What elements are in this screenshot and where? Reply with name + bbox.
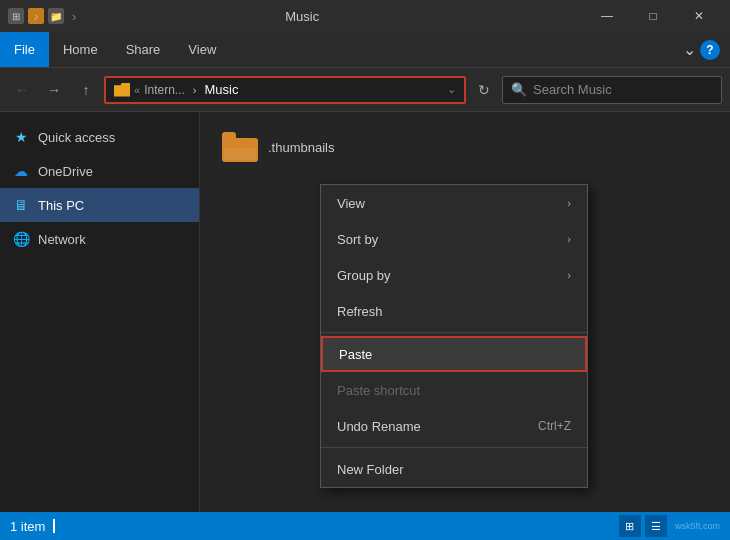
main-area: ★ Quick access ☁ OneDrive 🖥 This PC 🌐 Ne… <box>0 112 730 512</box>
sidebar-label-network: Network <box>38 232 86 247</box>
ctx-refresh-label: Refresh <box>337 304 383 319</box>
tab-file[interactable]: File <box>0 32 49 67</box>
close-button[interactable]: ✕ <box>676 0 722 32</box>
ribbon: File Home Share View ⌄ ? <box>0 32 730 68</box>
window-controls: — □ ✕ <box>584 0 722 32</box>
folder-label: .thumbnails <box>268 140 334 155</box>
tab-home[interactable]: Home <box>49 32 112 67</box>
sidebar-item-onedrive[interactable]: ☁ OneDrive <box>0 154 199 188</box>
cloud-icon: ☁ <box>12 162 30 180</box>
status-count: 1 item <box>10 519 45 534</box>
ctx-view-arrow: › <box>567 197 571 209</box>
address-path-current: Music <box>204 82 238 97</box>
context-menu: View › Sort by › Group by › Refresh Past… <box>320 184 588 488</box>
sidebar-label-onedrive: OneDrive <box>38 164 93 179</box>
refresh-button[interactable]: ↻ <box>470 76 498 104</box>
address-box[interactable]: « Intern... › Music ⌄ <box>104 76 466 104</box>
ctx-paste-label: Paste <box>339 347 372 362</box>
back-button[interactable]: ← <box>8 76 36 104</box>
status-right: ⊞ ☰ wsk5ft.com <box>619 515 720 537</box>
ctx-paste-shortcut: Paste shortcut <box>321 372 587 408</box>
path-arrow: › <box>193 84 197 96</box>
ctx-new-folder[interactable]: New Folder <box>321 451 587 487</box>
ctx-undo-rename-shortcut: Ctrl+Z <box>538 419 571 433</box>
layout-icon[interactable]: ⊞ <box>619 515 641 537</box>
chevron-down-icon: ⌄ <box>683 40 696 59</box>
watermark: wsk5ft.com <box>675 521 720 531</box>
list-item[interactable]: .thumbnails <box>212 124 412 170</box>
ctx-group-by[interactable]: Group by › <box>321 257 587 293</box>
tab-share[interactable]: Share <box>112 32 175 67</box>
pc-icon: 🖥 <box>12 196 30 214</box>
address-folder-icon <box>114 83 130 97</box>
sidebar-label-quick-access: Quick access <box>38 130 115 145</box>
ctx-undo-rename-label: Undo Rename <box>337 419 421 434</box>
title-bar: ⊞ ♪ 📁 › Music — □ ✕ <box>0 0 730 32</box>
ctx-refresh[interactable]: Refresh <box>321 293 587 329</box>
ctx-sort-by-label: Sort by <box>337 232 378 247</box>
ctx-view-label: View <box>337 196 365 211</box>
list-icon[interactable]: ☰ <box>645 515 667 537</box>
sidebar: ★ Quick access ☁ OneDrive 🖥 This PC 🌐 Ne… <box>0 112 200 512</box>
status-cursor <box>53 519 55 533</box>
minimize-button[interactable]: — <box>584 0 630 32</box>
grid-icon: ⊞ <box>8 8 24 24</box>
folder-icon <box>222 132 258 162</box>
ctx-paste-shortcut-label: Paste shortcut <box>337 383 420 398</box>
tab-view[interactable]: View <box>174 32 230 67</box>
maximize-button[interactable]: □ <box>630 0 676 32</box>
window-title: Music <box>26 9 578 24</box>
status-bar: 1 item ⊞ ☰ wsk5ft.com <box>0 512 730 540</box>
sidebar-item-this-pc[interactable]: 🖥 This PC <box>0 188 199 222</box>
ctx-new-folder-label: New Folder <box>337 462 403 477</box>
forward-button[interactable]: → <box>40 76 68 104</box>
sidebar-item-network[interactable]: 🌐 Network <box>0 222 199 256</box>
address-bar-row: ← → ↑ « Intern... › Music ⌄ ↻ 🔍 Search M… <box>0 68 730 112</box>
ctx-view[interactable]: View › <box>321 185 587 221</box>
ribbon-expand[interactable]: ⌄ ? <box>673 32 730 67</box>
ctx-separator-1 <box>321 332 587 333</box>
search-icon: 🔍 <box>511 82 527 97</box>
ctx-group-by-label: Group by <box>337 268 390 283</box>
ctx-undo-rename[interactable]: Undo Rename Ctrl+Z <box>321 408 587 444</box>
up-button[interactable]: ↑ <box>72 76 100 104</box>
help-icon[interactable]: ? <box>700 40 720 60</box>
ctx-sort-by-arrow: › <box>567 233 571 245</box>
ctx-group-by-arrow: › <box>567 269 571 281</box>
address-dropdown-icon[interactable]: ⌄ <box>447 83 456 96</box>
ctx-separator-2 <box>321 447 587 448</box>
address-path-prefix: Intern... <box>144 83 185 97</box>
star-icon: ★ <box>12 128 30 146</box>
sidebar-label-this-pc: This PC <box>38 198 84 213</box>
address-separator: « <box>134 84 140 96</box>
search-placeholder: Search Music <box>533 82 612 97</box>
sidebar-item-quick-access[interactable]: ★ Quick access <box>0 120 199 154</box>
content-area: .thumbnails View › Sort by › Group by › … <box>200 112 730 512</box>
network-icon: 🌐 <box>12 230 30 248</box>
search-box[interactable]: 🔍 Search Music <box>502 76 722 104</box>
ctx-paste[interactable]: Paste <box>321 336 587 372</box>
ctx-sort-by[interactable]: Sort by › <box>321 221 587 257</box>
